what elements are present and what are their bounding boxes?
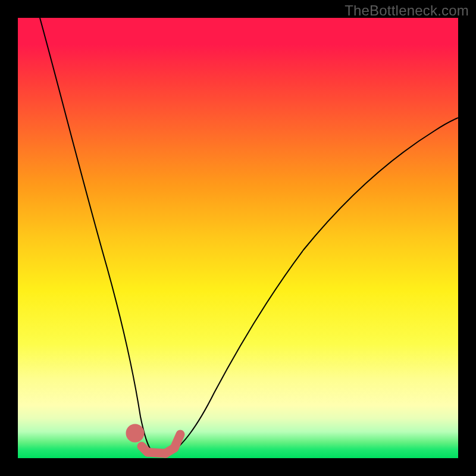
- watermark-text: TheBottleneck.com: [345, 2, 469, 19]
- valley-highlight: [130, 428, 180, 453]
- svg-point-0: [130, 428, 140, 438]
- svg-line-4: [174, 434, 180, 448]
- curve-layer: [18, 18, 458, 458]
- chart-frame: TheBottleneck.com: [0, 0, 476, 476]
- plot-area: [18, 18, 458, 458]
- bottleneck-curve: [40, 18, 458, 455]
